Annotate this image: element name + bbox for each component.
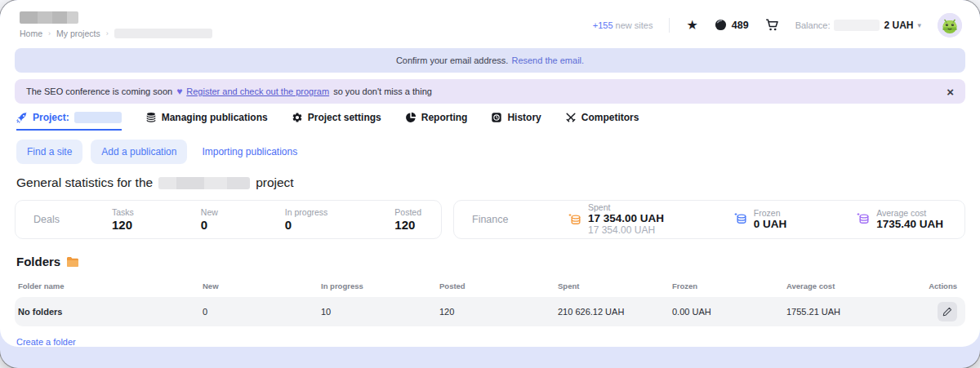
folder-icon — [66, 256, 79, 268]
stat-label: Posted — [394, 207, 421, 217]
tab-settings-label: Project settings — [308, 112, 381, 123]
project-tabs: Project: Managing publications Project s… — [16, 112, 960, 131]
col-spent: Spent — [558, 282, 672, 290]
stat-value: 1735.40 UAH — [876, 218, 943, 231]
folders-heading-label: Folders — [16, 255, 60, 268]
add-publication-button[interactable]: Add a publication — [91, 140, 187, 164]
register-program-link[interactable]: Register and check out the program — [186, 86, 329, 96]
stat-frozen: Frozen 0 UAH — [734, 208, 787, 231]
coins-stack-icon — [145, 112, 157, 123]
close-icon[interactable]: × — [947, 86, 954, 98]
resend-email-link[interactable]: Resend the email. — [511, 55, 584, 65]
tab-competitors[interactable]: Competitors — [565, 112, 639, 131]
col-in-progress: In progress — [321, 282, 439, 290]
cart-button[interactable] — [765, 18, 779, 32]
favorites-star-icon[interactable]: ★ — [686, 19, 697, 32]
header-left: Home › My projects › — [20, 11, 212, 38]
new-sites-link[interactable]: +155 new sites — [593, 20, 653, 30]
coins-orange-icon — [568, 213, 582, 227]
tab-managing-label: Managing publications — [162, 112, 268, 123]
tab-project-settings[interactable]: Project settings — [292, 112, 381, 131]
stat-average-cost: Average cost 1735.40 UAH — [857, 208, 943, 231]
stat-value: 17 354.00 UAH — [588, 212, 664, 225]
edit-folder-button[interactable] — [938, 302, 957, 321]
folder-name-cell: No folders — [15, 307, 203, 317]
coins-purple-icon — [857, 212, 871, 226]
stat-subvalue: 17 354.00 UAH — [588, 225, 664, 237]
tab-reporting[interactable]: Reporting — [405, 112, 468, 131]
stat-value: 0 — [285, 218, 328, 232]
rocket-icon — [16, 112, 28, 123]
breadcrumb: Home › My projects › — [20, 29, 212, 38]
tab-history[interactable]: History — [491, 112, 541, 131]
cart-icon — [765, 18, 779, 32]
stat-label: Average cost — [876, 208, 943, 218]
col-frozen: Frozen — [672, 282, 786, 290]
import-publications-link[interactable]: Importing publications — [195, 140, 304, 164]
history-icon — [491, 112, 502, 123]
tab-project-label: Project: — [33, 112, 69, 123]
app-window: Home › My projects › +155 new sites ★ — [0, 0, 980, 368]
new-count-link[interactable]: 0 — [203, 307, 321, 317]
stat-value: 0 — [201, 218, 218, 232]
tab-managing-publications[interactable]: Managing publications — [145, 112, 268, 131]
new-sites-count: +155 — [593, 20, 613, 30]
logo-redacted[interactable] — [20, 11, 78, 24]
folders-table-header: Folder name New In progress Posted Spent… — [15, 277, 965, 297]
heart-icon: ♥ — [176, 86, 182, 97]
stat-label: Tasks — [112, 207, 134, 217]
header-divider — [669, 18, 670, 33]
actions-row: Find a site Add a publication Importing … — [16, 140, 964, 164]
tab-reporting-label: Reporting — [421, 112, 468, 123]
email-confirm-banner: Confirm your email address. Resend the e… — [15, 48, 965, 73]
stats-heading-suffix: project — [256, 175, 294, 190]
stats-heading-prefix: General statistics for the — [16, 175, 153, 190]
stat-new: New 0 — [201, 207, 218, 232]
average-cost-cell: 1755.21 UAH — [786, 307, 920, 317]
deals-card-title: Deals — [33, 214, 112, 225]
find-site-button[interactable]: Find a site — [16, 140, 82, 164]
breadcrumb-home[interactable]: Home — [20, 29, 42, 38]
finance-card: Finance Spent 17 354.00 UAH 17 354.00 U — [453, 200, 965, 239]
col-average-cost: Average cost — [786, 282, 920, 290]
new-sites-text: new sites — [616, 20, 653, 30]
tab-project[interactable]: Project: — [16, 112, 122, 131]
balance-label: Balance: — [795, 20, 831, 30]
tab-history-label: History — [507, 112, 541, 123]
counter-sphere-icon — [715, 19, 727, 31]
balance-currency: 2 UAH — [884, 20, 913, 31]
project-name-redacted — [74, 112, 122, 123]
create-folder-link[interactable]: Create a folder — [16, 337, 76, 347]
stat-label: Frozen — [754, 208, 787, 218]
balance-menu[interactable]: Balance: 2 UAH ▾ — [795, 20, 921, 31]
header: Home › My projects › +155 new sites ★ — [0, 0, 980, 38]
promo-text-after: so you don't miss a thing — [333, 86, 432, 96]
stat-value: 120 — [394, 218, 421, 232]
user-avatar[interactable] — [938, 13, 962, 38]
sites-counter[interactable]: 489 — [715, 19, 749, 31]
stat-value: 0 UAH — [754, 218, 787, 231]
stat-tasks: Tasks 120 — [112, 207, 134, 232]
col-folder-name: Folder name — [15, 282, 203, 290]
project-name-redacted — [158, 177, 250, 189]
stat-label: In progress — [285, 207, 328, 217]
spent-cell: 210 626.12 UAH — [558, 307, 672, 317]
stat-spent: Spent 17 354.00 UAH 17 354.00 UAH — [568, 202, 664, 236]
header-controls: +155 new sites ★ 489 — [593, 13, 962, 38]
posted-count-link[interactable]: 120 — [439, 307, 558, 317]
col-actions: Actions — [920, 282, 965, 290]
page: Home › My projects › +155 new sites ★ — [0, 0, 980, 347]
stat-posted: Posted 120 — [394, 207, 421, 232]
table-row: No folders 0 10 120 210 626.12 UAH 0.00 … — [15, 297, 965, 326]
counter-value: 489 — [732, 20, 749, 31]
actions-cell — [920, 302, 965, 321]
avatar-monster-icon — [938, 13, 962, 38]
col-posted: Posted — [439, 282, 558, 290]
gear-icon — [292, 112, 303, 123]
stat-label: Spent — [588, 202, 664, 212]
frozen-cell: 0.00 UAH — [672, 307, 786, 317]
in-progress-count-link[interactable]: 10 — [321, 307, 439, 317]
breadcrumb-my-projects[interactable]: My projects — [56, 29, 100, 38]
stat-cards: Deals Tasks 120 New 0 In progress 0 — [15, 200, 965, 239]
crossed-swords-icon — [565, 112, 577, 123]
